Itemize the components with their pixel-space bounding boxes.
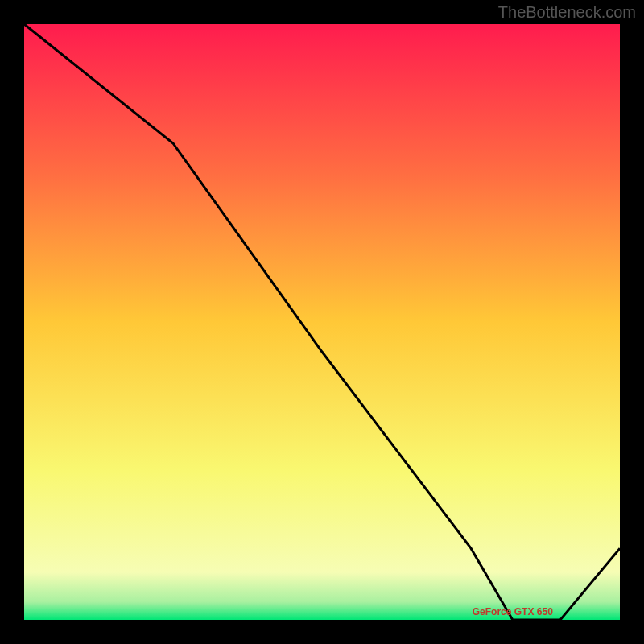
chart-container: TheBottleneck.com GeForce GTX 650 bbox=[0, 0, 644, 644]
point-annotation: GeForce GTX 650 bbox=[473, 606, 553, 617]
plot-svg: GeForce GTX 650 bbox=[0, 0, 644, 644]
plot-background bbox=[24, 24, 620, 620]
